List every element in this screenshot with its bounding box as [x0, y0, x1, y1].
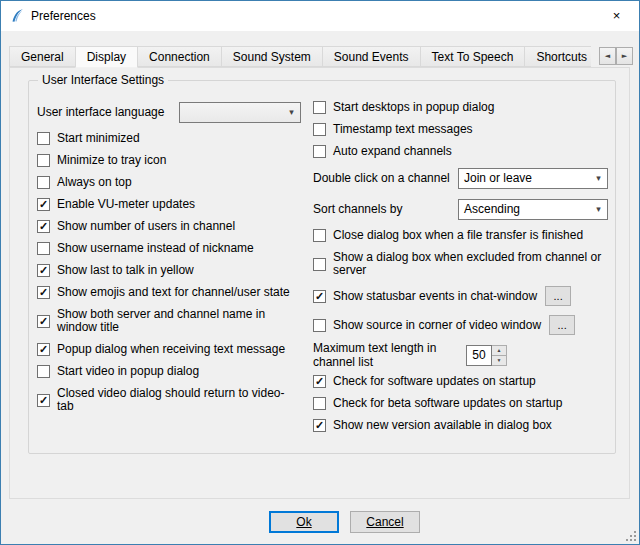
cancel-button[interactable]: Cancel: [350, 511, 420, 533]
sort-channels-by-row: Sort channels byAscending▾: [313, 198, 608, 220]
checkbox[interactable]: ✓: [37, 394, 50, 407]
checkbox[interactable]: [313, 123, 326, 136]
checkbox[interactable]: ✓: [37, 264, 50, 277]
checkbox-row-close-dialog-box-when-a-file-transfer-is[interactable]: Close dialog box when a file transfer is…: [313, 229, 608, 242]
checkbox-label: Minimize to tray icon: [57, 154, 166, 167]
checkbox[interactable]: ✓: [313, 290, 326, 303]
user-interface-settings-group: User Interface Settings User interface l…: [28, 80, 616, 454]
tab-shortcuts[interactable]: Shortcuts: [524, 46, 591, 67]
checkbox-row-start-desktops-in-popup-dialog[interactable]: Start desktops in popup dialog: [313, 101, 608, 114]
language-dropdown[interactable]: ▾: [179, 102, 301, 123]
checkbox-label: Timestamp text messages: [333, 123, 473, 136]
checkbox-row-show-username-instead-of-nickname[interactable]: Show username instead of nickname: [37, 242, 301, 255]
chevron-down-icon: ▾: [283, 107, 300, 117]
checkbox-label: Close dialog box when a file transfer is…: [333, 229, 583, 242]
checkbox-label: Show both server and channel name in win…: [57, 308, 301, 334]
app-icon: [9, 8, 25, 24]
tab-sound-events[interactable]: Sound Events: [322, 46, 421, 67]
dropdown-value: Ascending: [464, 202, 590, 216]
tab-connection[interactable]: Connection: [137, 46, 222, 67]
checkbox[interactable]: ✓: [37, 315, 50, 328]
checkbox-label: Start desktops in popup dialog: [333, 101, 494, 114]
checkbox[interactable]: [37, 242, 50, 255]
checkbox-row-show-last-to-talk-in-yellow[interactable]: ✓Show last to talk in yellow: [37, 264, 301, 277]
checkbox-row-show-both-server-and-channel-name-in-win[interactable]: ✓Show both server and channel name in wi…: [37, 308, 301, 334]
max-text-length-input[interactable]: 50: [466, 345, 492, 366]
window-title: Preferences: [31, 9, 594, 23]
tab-scroll-left-button[interactable]: ◄: [599, 47, 616, 65]
checkbox[interactable]: [313, 101, 326, 114]
tab-sound-system[interactable]: Sound System: [221, 46, 323, 67]
checkbox[interactable]: [37, 132, 50, 145]
arrow-left-icon: ◄: [605, 52, 610, 60]
title-bar: Preferences ×: [1, 1, 639, 31]
checkbox-label: Show new version available in dialog box: [333, 419, 552, 432]
checkbox[interactable]: [37, 365, 50, 378]
checkbox-row-popup-dialog-when-receiving-text-message[interactable]: ✓Popup dialog when receiving text messag…: [37, 343, 301, 356]
checkbox-row-minimize-to-tray-icon[interactable]: Minimize to tray icon: [37, 154, 301, 167]
spin-down-button[interactable]: ▼: [492, 356, 507, 366]
checkbox-label: Show number of users in channel: [57, 220, 235, 233]
tab-text-to-speech[interactable]: Text To Speech: [420, 46, 526, 67]
checkbox-label: Start minimized: [57, 132, 140, 145]
checkbox[interactable]: ✓: [37, 198, 50, 211]
checkbox-row-show-emojis-and-text-for-channel-user-st[interactable]: ✓Show emojis and text for channel/user s…: [37, 286, 301, 299]
max-text-length-row: Maximum text length in channel list50▲▼: [313, 344, 608, 366]
chevron-down-icon: ▾: [590, 204, 607, 214]
video-source-corner-button[interactable]: ...: [549, 315, 575, 335]
close-button[interactable]: ×: [594, 1, 639, 31]
checkbox[interactable]: [37, 176, 50, 189]
right-column: Start desktops in popup dialogTimestamp …: [313, 101, 608, 432]
dropdown-value: Join or leave: [464, 171, 590, 185]
checkbox-row-start-video-in-popup-dialog[interactable]: Start video in popup dialog: [37, 365, 301, 378]
checkbox-row-check-for-software-updates-on-startup[interactable]: ✓Check for software updates on startup: [313, 375, 608, 388]
checkbox-row-show-source-in-corner-of-video-window[interactable]: Show source in corner of video window...: [313, 315, 608, 335]
checkbox-row-auto-expand-channels[interactable]: Auto expand channels: [313, 145, 608, 158]
checkbox[interactable]: ✓: [37, 220, 50, 233]
double-click-on-channel-row: Double click on a channelJoin or leave▾: [313, 167, 608, 189]
field-label: Double click on a channel: [313, 171, 458, 185]
checkbox[interactable]: [313, 397, 326, 410]
checkbox[interactable]: [313, 145, 326, 158]
max-text-length-spinner[interactable]: 50▲▼: [466, 345, 507, 366]
checkbox-row-enable-vu-meter-updates[interactable]: ✓Enable VU-meter updates: [37, 198, 301, 211]
checkbox-label: Show a dialog box when excluded from cha…: [333, 251, 608, 277]
checkbox-row-show-number-of-users-in-channel[interactable]: ✓Show number of users in channel: [37, 220, 301, 233]
checkbox-row-show-statusbar-events-in-chat-window[interactable]: ✓Show statusbar events in chat-window...: [313, 286, 608, 306]
checkbox-label: Show last to talk in yellow: [57, 264, 194, 277]
spin-up-button[interactable]: ▲: [492, 345, 507, 356]
tab-general[interactable]: General: [9, 46, 76, 67]
ok-button[interactable]: Ok: [269, 511, 339, 533]
checkbox[interactable]: [313, 319, 326, 332]
checkbox[interactable]: [313, 229, 326, 242]
statusbar-events-button[interactable]: ...: [545, 286, 571, 306]
group-title: User Interface Settings: [38, 73, 168, 87]
checkbox-row-timestamp-text-messages[interactable]: Timestamp text messages: [313, 123, 608, 136]
checkbox-label: Start video in popup dialog: [57, 365, 199, 378]
checkbox-row-check-for-beta-software-updates-on-start[interactable]: Check for beta software updates on start…: [313, 397, 608, 410]
checkbox[interactable]: [313, 258, 326, 271]
checkbox-label: Show source in corner of video window: [333, 319, 541, 332]
checkbox-row-closed-video-dialog-should-return-to-vid[interactable]: ✓Closed video dialog should return to vi…: [37, 387, 301, 413]
tab-page-display: User Interface Settings User interface l…: [9, 67, 630, 499]
checkbox[interactable]: ✓: [37, 343, 50, 356]
checkbox[interactable]: ✓: [313, 375, 326, 388]
checkbox-row-show-a-dialog-box-when-excluded-from-cha[interactable]: Show a dialog box when excluded from cha…: [313, 251, 608, 277]
checkbox-label: Show statusbar events in chat-window: [333, 290, 537, 303]
checkbox[interactable]: [37, 154, 50, 167]
field-label: Maximum text length in channel list: [313, 341, 458, 369]
tab-scroll-right-button[interactable]: ►: [616, 47, 633, 65]
tab-display[interactable]: Display: [75, 46, 138, 68]
checkbox-row-show-new-version-available-in-dialog-box[interactable]: ✓Show new version available in dialog bo…: [313, 419, 608, 432]
checkbox-row-always-on-top[interactable]: Always on top: [37, 176, 301, 189]
close-icon: ×: [613, 8, 621, 23]
checkbox[interactable]: ✓: [313, 419, 326, 432]
checkbox[interactable]: ✓: [37, 286, 50, 299]
resize-grip[interactable]: [624, 529, 637, 542]
checkbox-label: Show username instead of nickname: [57, 242, 254, 255]
sort-channels-by-dropdown[interactable]: Ascending▾: [458, 199, 608, 220]
checkbox-label: Show emojis and text for channel/user st…: [57, 286, 290, 299]
double-click-on-channel-dropdown[interactable]: Join or leave▾: [458, 168, 608, 189]
language-row: User interface language ▾: [37, 101, 301, 123]
checkbox-row-start-minimized[interactable]: Start minimized: [37, 132, 301, 145]
